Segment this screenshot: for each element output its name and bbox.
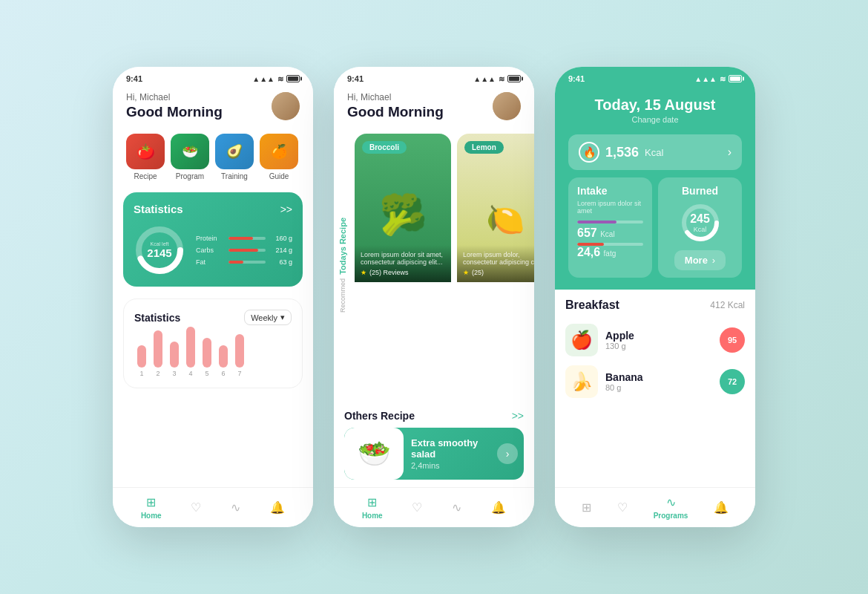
recommended-label: Recommed xyxy=(339,278,346,313)
bar-label-3: 3 xyxy=(172,370,176,377)
programs-icon-3: ∿ xyxy=(666,495,676,509)
recipe-list-item-1[interactable]: 🥗 Extra smoothy salad 2,4mins › xyxy=(344,428,524,480)
greeting-row-1: Hi, Michael Good Morning xyxy=(126,92,300,120)
good-morning-1: Good Morning xyxy=(126,104,223,120)
bar-col-1: 1 xyxy=(137,345,146,377)
nav-notifications-1[interactable]: 🔔 xyxy=(270,500,285,515)
phone-1: 9:41 ▲▲▲ ≋ Hi, Michael Good Morning Reci… xyxy=(113,67,313,527)
intake-fat-unit: fatg xyxy=(604,249,617,258)
food-item-apple[interactable]: 🍎 Apple 130 g 95 xyxy=(565,319,745,361)
training-label: Training xyxy=(221,172,248,180)
nav-favorites-2[interactable]: ♡ xyxy=(412,500,422,515)
wifi-icon-2: ≋ xyxy=(499,75,504,83)
category-guide[interactable]: Guide xyxy=(260,134,298,180)
star-icon-lemon: ★ xyxy=(463,269,469,276)
program-label: Program xyxy=(176,172,204,180)
bottom-nav-3: ⊞ ♡ ∿ Programs 🔔 xyxy=(555,487,755,527)
wifi-icon-3: ≋ xyxy=(720,75,726,83)
recipe-section: Todays Recipe Recommed Broccoli 🥦 Lorem … xyxy=(334,128,534,402)
recipe-card-lemon[interactable]: Lemon 🍋 Lorem ipsum dolor, consectetur a… xyxy=(457,134,534,396)
category-program[interactable]: Program xyxy=(171,134,209,180)
carbs-label: Carbs xyxy=(196,247,224,254)
kcal-bar[interactable]: 🔥 1,536 Kcal › xyxy=(568,134,742,170)
banana-cal-badge: 72 xyxy=(720,369,745,394)
bar-col-2: 2 xyxy=(154,330,162,377)
banana-info: Banana 80 g xyxy=(605,371,712,392)
others-more-icon[interactable]: >> xyxy=(512,410,524,422)
bottom-nav-1: ⊞ Home ♡ ∿ 🔔 xyxy=(113,487,313,527)
intake-kcal-unit: Kcal xyxy=(600,230,614,238)
phone1-header: Hi, Michael Good Morning xyxy=(113,88,313,128)
category-recipe[interactable]: Recipe xyxy=(126,134,165,180)
nav-notifications-3[interactable]: 🔔 xyxy=(714,500,729,515)
bell-icon-3: 🔔 xyxy=(714,500,729,515)
kcal-left: 🔥 1,536 Kcal xyxy=(579,142,663,163)
lemon-rating: ★ (25) xyxy=(463,269,534,276)
greeting-left-2: Hi, Michael Good Morning xyxy=(347,92,444,120)
fat-val: 63 g xyxy=(270,258,292,266)
recipe-list-arrow-1[interactable]: › xyxy=(497,443,518,464)
bar-5 xyxy=(203,338,211,368)
broccoli-overlay: Lorem ipsum dolor sit amet, consectetur … xyxy=(355,245,451,282)
categories-1: Recipe Program Training Guide xyxy=(113,128,313,186)
star-icon-broccoli: ★ xyxy=(361,269,366,276)
bar-1 xyxy=(137,345,146,368)
burned-card: Burned 245 Kcal More › xyxy=(658,177,742,278)
phone-2: 9:41 ▲▲▲ ≋ Hi, Michael Good Morning Toda… xyxy=(334,67,534,527)
status-bar-1: 9:41 ▲▲▲ ≋ xyxy=(113,67,313,88)
nav-home-1[interactable]: ⊞ Home xyxy=(141,495,162,520)
nav-favorites-1[interactable]: ♡ xyxy=(191,500,201,515)
more-button[interactable]: More › xyxy=(674,250,726,270)
apple-cal-badge: 95 xyxy=(720,327,745,353)
date-title: Today, 15 August xyxy=(568,97,742,114)
nutrient-fat: Fat 63 g xyxy=(196,258,292,266)
recipe-card-broccoli[interactable]: Broccoli 🥦 Lorem ipsum dolor sit amet, c… xyxy=(355,134,451,396)
bar-label-4: 4 xyxy=(188,370,192,377)
banana-name: Banana xyxy=(605,371,712,383)
nav-notifications-2[interactable]: 🔔 xyxy=(491,500,506,515)
apple-cal: 95 xyxy=(728,336,737,345)
lemon-rating-text: (25) xyxy=(472,269,484,276)
nav-home-2[interactable]: ⊞ Home xyxy=(362,495,383,520)
nav-programs-3[interactable]: ∿ Programs xyxy=(654,495,688,520)
fat-bar xyxy=(228,261,266,264)
burned-title: Burned xyxy=(682,185,718,197)
donut-label-1: Kcal left 2145 xyxy=(147,241,171,259)
stats2-title: Statistics xyxy=(134,312,180,324)
burned-value: 245 xyxy=(690,212,710,226)
lemon-tag: Lemon xyxy=(464,141,504,154)
phone3-date: Today, 15 August Change date xyxy=(568,97,742,124)
nav-activity-1[interactable]: ∿ xyxy=(231,500,240,515)
donut-chart-1: Kcal left 2145 xyxy=(134,224,185,276)
greeting-left-1: Hi, Michael Good Morning xyxy=(126,92,223,120)
avatar-2[interactable] xyxy=(493,92,521,120)
nav-favorites-3[interactable]: ♡ xyxy=(617,500,628,515)
nav-activity-2[interactable]: ∿ xyxy=(452,500,461,515)
bar-label-2: 2 xyxy=(156,370,160,377)
banana-thumb: 🍌 xyxy=(565,365,598,398)
bar-6 xyxy=(219,345,228,368)
heart-icon-3: ♡ xyxy=(617,500,628,515)
weekly-select[interactable]: Weekly ▾ xyxy=(244,310,292,325)
stats-arrow-1[interactable]: >> xyxy=(280,203,292,215)
stats-header-1: Statistics >> xyxy=(134,203,292,215)
recipe-label: Recipe xyxy=(134,172,157,180)
broccoli-emoji: 🥦 xyxy=(379,192,427,238)
nav-home-3[interactable]: ⊞ xyxy=(582,500,591,515)
status-icons-1: ▲▲▲ ≋ xyxy=(252,75,300,83)
change-date-btn[interactable]: Change date xyxy=(568,115,742,124)
category-training[interactable]: Training xyxy=(215,134,254,180)
bar-2 xyxy=(154,330,162,368)
avatar-1[interactable] xyxy=(272,92,300,120)
activity-icon-1: ∿ xyxy=(231,500,240,515)
signal-icon-1: ▲▲▲ xyxy=(252,75,274,83)
phone3-teal-section: Today, 15 August Change date 🔥 1,536 Kca… xyxy=(555,88,755,290)
phone1-body: Hi, Michael Good Morning Recipe Program … xyxy=(113,88,313,487)
food-item-banana[interactable]: 🍌 Banana 80 g 72 xyxy=(565,361,745,402)
chevron-down-icon: ▾ xyxy=(280,313,285,322)
more-label: More xyxy=(685,255,708,266)
flame-icon: 🔥 xyxy=(579,142,599,163)
programs-label-3: Programs xyxy=(654,512,688,520)
good-morning-2: Good Morning xyxy=(347,104,444,120)
burned-donut: 245 Kcal xyxy=(680,203,720,243)
